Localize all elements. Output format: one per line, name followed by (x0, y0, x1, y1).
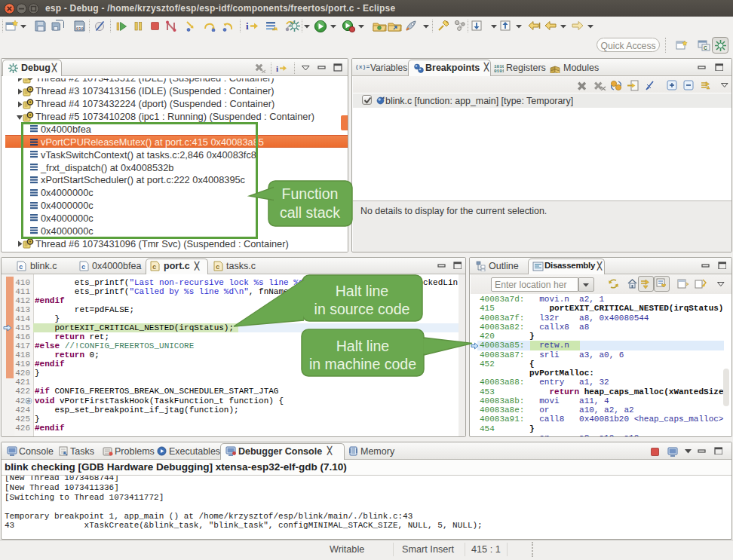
svg-text:c: c (19, 264, 23, 271)
svg-text:in source code: in source code (314, 301, 410, 317)
svg-text:Halt line: Halt line (336, 338, 389, 354)
svg-text:c: c (216, 264, 219, 271)
svg-text:0101: 0101 (494, 69, 504, 73)
svg-text:Function: Function (282, 185, 339, 202)
svg-text:in machine code: in machine code (309, 356, 416, 372)
svg-text:c: c (152, 264, 156, 271)
svg-text:call stack: call stack (280, 204, 340, 221)
svg-text:c: c (81, 264, 85, 271)
svg-text:C: C (704, 45, 707, 50)
svg-text:i: i (276, 64, 278, 73)
svg-text:Halt line: Halt line (336, 283, 388, 299)
